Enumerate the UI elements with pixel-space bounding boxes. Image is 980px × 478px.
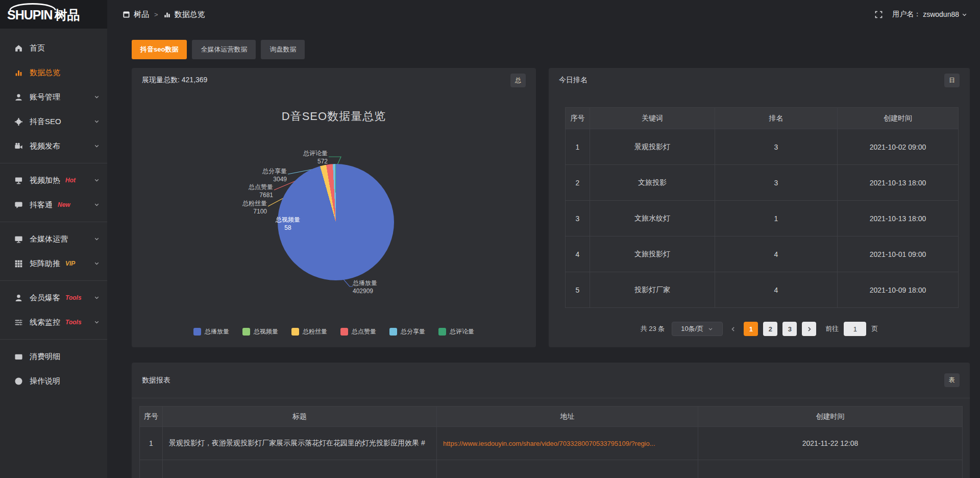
col-rank: 排名 xyxy=(715,108,838,129)
bar-chart-icon xyxy=(14,68,23,77)
cell-created: 2021-11-22 12:08 xyxy=(698,427,963,460)
breadcrumb-separator: > xyxy=(154,11,158,18)
username-value: zswodun88 xyxy=(923,10,959,18)
cell-keyword: 文旅投影 xyxy=(590,165,715,201)
report-title: 数据报表 xyxy=(142,376,170,385)
sliders-icon xyxy=(14,318,23,327)
goto-page-input[interactable] xyxy=(844,322,866,336)
cell-keyword: 文旅投影灯 xyxy=(590,236,715,272)
breadcrumb-current: 数据总览 xyxy=(175,10,205,19)
chevron-down-icon xyxy=(93,294,100,301)
home-icon xyxy=(14,44,23,53)
sidebar-item-video-publish[interactable]: 视频发布 xyxy=(0,134,107,158)
next-page-button[interactable] xyxy=(802,322,816,336)
sidebar-item-help[interactable]: ? 操作说明 xyxy=(0,369,107,393)
ranking-row: 5 投影灯厂家 4 2021-10-09 18:00 xyxy=(566,272,959,308)
pagination: 共 23 条 10条/页 1 2 3 前往 页 xyxy=(549,322,970,336)
sidebar-divider xyxy=(0,163,107,163)
table-badge-button[interactable]: 表 xyxy=(944,373,960,387)
page-size-select[interactable]: 10条/页 xyxy=(672,322,723,336)
top-bar: SHUPIN 树品 树品 > 数据总览 用户名： zswodun88 xyxy=(0,0,980,29)
sidebar-item-douyin-seo[interactable]: 抖音SEO xyxy=(0,109,107,134)
col-index: 序号 xyxy=(140,407,163,427)
user-icon xyxy=(14,93,23,102)
chevron-right-icon xyxy=(806,326,813,332)
cell-created: 2021-10-09 18:00 xyxy=(838,272,959,308)
sidebar-item-home[interactable]: 首页 xyxy=(0,36,107,60)
gear-icon xyxy=(14,117,23,126)
video-link[interactable]: https://www.iesdouyin.com/share/video/70… xyxy=(443,440,655,447)
sidebar-item-matrix-boost[interactable]: 矩阵助推 VIP xyxy=(0,251,107,276)
chevron-down-icon xyxy=(961,11,968,18)
video-camera-icon xyxy=(14,142,23,151)
ranking-row: 1 景观投影灯 3 2021-10-02 09:00 xyxy=(566,129,959,165)
chart-legend: 总播放量 总视频量 总粉丝量 总点赞量 总分享量 总评论量 xyxy=(132,327,536,336)
breadcrumb-root[interactable]: 树品 xyxy=(134,10,149,19)
cell-created: 2021-10-02 09:00 xyxy=(838,129,959,165)
ranking-panel: 今日排名 日 序号 关键词 排名 创建时间 1 景观投影灯 3 2021-10-… xyxy=(549,68,970,347)
chevron-down-icon xyxy=(707,326,714,332)
chevron-down-icon xyxy=(93,235,100,242)
new-tag: New xyxy=(58,201,70,208)
page-button-3[interactable]: 3 xyxy=(782,322,797,336)
tab-media-operation[interactable]: 全媒体运营数据 xyxy=(192,40,256,59)
prev-page-button[interactable] xyxy=(728,326,739,332)
goto-unit: 页 xyxy=(871,324,878,333)
legend-item-shares[interactable]: 总分享量 xyxy=(389,327,425,336)
svg-text:?: ? xyxy=(17,378,20,384)
chevron-down-icon xyxy=(93,93,100,100)
cell-created: 2021-10-13 18:00 xyxy=(838,165,959,201)
legend-item-fans[interactable]: 总粉丝量 xyxy=(291,327,327,336)
sidebar-item-consumption[interactable]: 消费明细 xyxy=(0,344,107,369)
ranking-row: 2 文旅投影 3 2021-10-13 18:00 xyxy=(566,165,959,201)
legend-item-likes[interactable]: 总点赞量 xyxy=(340,327,376,336)
sidebar-item-account[interactable]: 账号管理 xyxy=(0,85,107,109)
ranking-row: 4 文旅投影灯 4 2021-10-01 09:00 xyxy=(566,236,959,272)
col-url: 地址 xyxy=(437,407,698,427)
sidebar: 首页 数据总览 账号管理 抖音SEO 视频发布 视频加热 Hot 抖客通 New… xyxy=(0,29,107,478)
breadcrumb: 树品 > 数据总览 xyxy=(122,0,205,29)
chevron-down-icon xyxy=(93,118,100,125)
cell-rank: 4 xyxy=(715,272,838,308)
tab-douyin-seo[interactable]: 抖音seo数据 xyxy=(132,40,187,59)
legend-item-videos[interactable]: 总视频量 xyxy=(242,327,278,336)
sidebar-item-douketong[interactable]: 抖客通 New xyxy=(0,193,107,217)
legend-item-comments[interactable]: 总评论量 xyxy=(438,327,474,336)
vip-tag: VIP xyxy=(65,260,75,267)
sidebar-item-video-heat[interactable]: 视频加热 Hot xyxy=(0,168,107,193)
legend-item-plays[interactable]: 总播放量 xyxy=(193,327,229,336)
day-badge-button[interactable]: 日 xyxy=(944,74,960,87)
grid-icon xyxy=(14,259,23,268)
monitor-icon xyxy=(14,235,23,244)
pie-label-videos: 总视频量58 xyxy=(276,216,300,232)
app-window-icon xyxy=(122,11,130,18)
tools-tag: Tools xyxy=(65,294,82,301)
total-badge-button[interactable]: 总 xyxy=(510,74,526,87)
col-keyword: 关键词 xyxy=(590,108,715,129)
fullscreen-icon[interactable] xyxy=(874,10,883,19)
wallet-icon xyxy=(14,352,23,361)
pie-label-shares: 总分享量3049 xyxy=(262,168,287,183)
tab-inquiry[interactable]: 询盘数据 xyxy=(261,40,305,59)
page-button-2[interactable]: 2 xyxy=(763,322,777,336)
pie-label-comments: 总评论量572 xyxy=(303,150,328,165)
overview-total-text: 展现量总数: 421,369 xyxy=(142,76,207,85)
cell-keyword: 投影灯厂家 xyxy=(590,272,715,308)
sidebar-item-data-overview[interactable]: 数据总览 xyxy=(0,60,107,85)
chevron-left-icon xyxy=(730,326,737,332)
ranking-row: 3 文旅水纹灯 1 2021-10-13 18:00 xyxy=(566,201,959,236)
question-icon: ? xyxy=(14,377,23,386)
chevron-down-icon xyxy=(93,142,100,149)
page-button-1[interactable]: 1 xyxy=(744,322,758,336)
pie-label-plays: 总播放量402909 xyxy=(353,279,377,295)
report-header-row: 序号 标题 地址 创建时间 xyxy=(140,407,963,427)
sidebar-item-media-operation[interactable]: 全媒体运营 xyxy=(0,227,107,251)
sidebar-item-lead-monitor[interactable]: 线索监控 Tools xyxy=(0,310,107,334)
report-row: 1 景观投影灯，夜游景观投影灯厂家展示展示落花灯在花园里的灯光投影应用效果 # … xyxy=(140,427,963,460)
sidebar-divider xyxy=(0,339,107,340)
cell-index: 2 xyxy=(566,165,590,201)
sidebar-item-member-baoke[interactable]: 会员爆客 Tools xyxy=(0,285,107,310)
user-menu[interactable]: 用户名： zswodun88 xyxy=(892,10,968,19)
ranking-header-row: 序号 关键词 排名 创建时间 xyxy=(566,108,959,129)
screen-icon xyxy=(14,176,23,185)
